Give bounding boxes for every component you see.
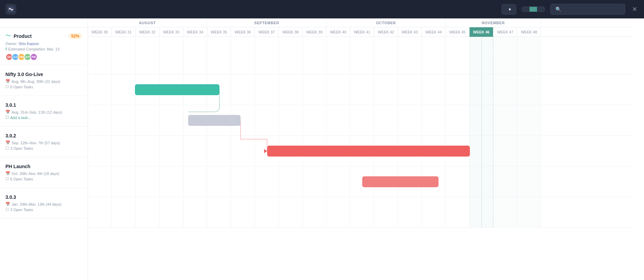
gantt-col	[493, 74, 517, 105]
add-task-button[interactable]: ☐ Add a task...	[5, 115, 82, 120]
gantt-col	[255, 105, 279, 135]
gantt-rows	[88, 37, 633, 280]
gantt-col	[350, 37, 374, 74]
search-icon: 🔍	[555, 6, 561, 12]
gantt-col	[255, 166, 279, 197]
gantt-col	[493, 37, 517, 74]
week-cell: WEEK 46	[470, 27, 493, 37]
gantt-col	[517, 74, 541, 105]
gantt-col	[303, 74, 326, 105]
list-item[interactable]: 3.0.1 📅 Aug. 31st–Sep. 11th (12 days) ☐ …	[0, 96, 88, 127]
gantt-col	[255, 197, 279, 227]
sidebar-header	[0, 18, 88, 28]
week-cell: WEEK 38	[279, 27, 303, 37]
view-month-button[interactable]	[537, 7, 545, 12]
week-cell: WEEK 34	[183, 27, 207, 37]
gantt-col	[183, 136, 207, 166]
gantt-col	[207, 166, 231, 197]
list-item[interactable]: 3.0.3 📅 Jan. 29th–Mar. 13th (44 days) ☐ …	[0, 188, 88, 219]
sort-projects-button[interactable]: ▾	[502, 4, 516, 15]
project-dates: 📅 Oct. 20th–Nov. 6th (18 days)	[5, 171, 82, 176]
gantt-col	[136, 197, 159, 227]
gantt-col	[231, 37, 255, 74]
week-cell: WEEK 43	[398, 27, 422, 37]
project-tasks: ☐ 0 Open Tasks	[5, 85, 82, 89]
list-item[interactable]: 〜 Product 52% Owner: Shiv Kapoor ℹ Estim…	[0, 28, 88, 65]
gantt-col	[279, 197, 303, 227]
view-week-button[interactable]	[530, 7, 537, 12]
view-day-button[interactable]	[522, 7, 530, 12]
list-item[interactable]: 3.0.2 📅 Sep. 12th–Nov. 7th (57 days) ☐ 3…	[0, 127, 88, 157]
gantt-col	[422, 197, 446, 227]
task-icon: ☐	[5, 177, 9, 181]
gantt-col	[374, 105, 398, 135]
gantt-row	[88, 197, 633, 228]
gantt-col	[159, 105, 183, 135]
gantt-bar[interactable]	[362, 176, 439, 187]
current-week-line	[481, 105, 482, 135]
gantt-bar[interactable]	[135, 84, 219, 95]
search-bar[interactable]: 🔍	[550, 4, 625, 15]
gantt-col	[398, 37, 422, 74]
gantt-col	[207, 136, 231, 166]
app-logo	[5, 4, 16, 15]
gantt-bar[interactable]	[267, 146, 470, 157]
nav-overview[interactable]	[22, 7, 30, 11]
gantt-col	[112, 37, 136, 74]
month-cell: OCTOBER	[326, 18, 446, 27]
avatar: RB	[30, 53, 37, 61]
gantt-col	[255, 74, 279, 105]
list-item[interactable]: PH Launch 📅 Oct. 20th–Nov. 6th (18 days)…	[0, 157, 88, 188]
gantt-col	[303, 197, 326, 227]
current-week-line	[481, 136, 482, 166]
current-week-line	[481, 74, 482, 105]
project-name: Nifty 3.0 Go-Live	[5, 72, 82, 77]
gantt-col	[422, 105, 446, 135]
gantt-col	[374, 37, 398, 74]
gantt-col	[517, 136, 541, 166]
week-cell: WEEK 36	[231, 27, 255, 37]
gantt-col	[446, 105, 470, 135]
list-item[interactable]: Nifty 3.0 Go-Live 📅 Aug. 9th–Aug. 30th (…	[0, 65, 88, 96]
week-cell: WEEK 30	[88, 27, 112, 37]
month-cell: AUGUST	[88, 18, 207, 27]
gantt-col	[446, 197, 470, 227]
gantt-chart[interactable]: AUGUSTSEPTEMBEROCTOBERNOVEMBER WEEK 30WE…	[88, 18, 644, 280]
gantt-col	[231, 74, 255, 105]
months-row: AUGUSTSEPTEMBEROCTOBERNOVEMBER	[88, 18, 633, 27]
gantt-col	[112, 136, 136, 166]
calendar-icon: 📅	[5, 171, 10, 176]
gantt-col	[303, 166, 326, 197]
gantt-col	[493, 105, 517, 135]
gantt-col	[517, 105, 541, 135]
gantt-col	[398, 105, 422, 135]
sidebar: 〜 Product 52% Owner: Shiv Kapoor ℹ Estim…	[0, 18, 88, 280]
gantt-col	[398, 74, 422, 105]
gantt-col	[517, 197, 541, 227]
close-button[interactable]: ✕	[631, 4, 639, 14]
gantt-col	[159, 136, 183, 166]
gantt-bar[interactable]	[188, 115, 241, 126]
nav-workloads[interactable]	[31, 7, 40, 11]
week-cell: WEEK 47	[493, 27, 517, 37]
gantt-col	[136, 37, 159, 74]
gantt-col	[231, 166, 255, 197]
gantt-col	[183, 166, 207, 197]
week-cell: WEEK 48	[517, 27, 541, 37]
gantt-col	[398, 197, 422, 227]
gantt-col	[446, 166, 470, 197]
gantt-col	[255, 37, 279, 74]
gantt-col	[231, 197, 255, 227]
gantt-row	[88, 166, 633, 197]
week-cell: WEEK 41	[350, 27, 374, 37]
gantt-col	[112, 197, 136, 227]
gantt-col	[159, 37, 183, 74]
gantt-col	[446, 74, 470, 105]
gantt-col	[159, 197, 183, 227]
gantt-header: AUGUSTSEPTEMBEROCTOBERNOVEMBER WEEK 30WE…	[88, 18, 633, 37]
gantt-col	[112, 74, 136, 105]
gantt-col	[326, 197, 350, 227]
calendar-icon: 📅	[5, 110, 10, 114]
week-cell: WEEK 35	[207, 27, 231, 37]
gantt-col	[136, 105, 159, 135]
